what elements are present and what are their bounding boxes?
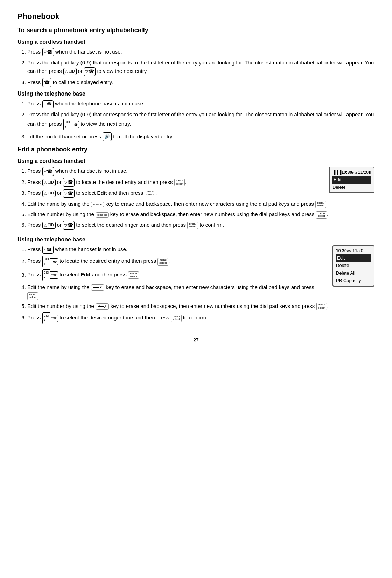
search-base-heading: Using the telephone base <box>18 90 374 98</box>
page-number: 27 <box>18 337 374 344</box>
list-item: Press ▽ ☎ when the handset is not in use… <box>27 167 374 176</box>
screen-delete-item: Delete <box>336 262 371 269</box>
edit-heading: Edit a phonebook entry <box>18 145 374 154</box>
menu-select-icon: menuselect <box>158 258 168 266</box>
base-screen: 10:30PM 11/20 Edit Delete Delete All PB … <box>332 245 374 287</box>
menu-select-icon: menuselect <box>315 201 326 208</box>
call-icon: ☎ <box>42 78 51 87</box>
list-item: Press CID+–☎ to locate the desired entry… <box>27 256 374 267</box>
menu-select-icon: menuselect <box>145 190 155 197</box>
cid-up-icon: △ CID <box>42 179 56 186</box>
menu-select-icon: menuselect <box>316 303 327 310</box>
list-item: Lift the corded handset or press 🔊 to ca… <box>27 132 374 141</box>
screen-header: 10:30PM 11/20 <box>336 247 371 254</box>
page-title: Phonebook <box>18 11 374 22</box>
nav-handset-icon: ▽ ☎ <box>63 178 75 187</box>
cid-up-icon: △ CID <box>63 68 77 75</box>
screen-time: 10:30PM 11/20 <box>336 248 363 254</box>
nav-handset-icon: ▽ ☎ <box>84 67 96 76</box>
menu-select-icon: menuselect <box>171 315 182 322</box>
list-item: Press ☎ to call the displayed entry. <box>27 78 374 87</box>
menu-select-icon: menuselect <box>128 271 139 279</box>
screen-edit-item: Edit <box>336 254 371 262</box>
battery-icon: ▮ <box>369 169 371 176</box>
list-item: Press the dial pad key (0-9) that corres… <box>27 59 374 76</box>
base-minus-icon: – ☎ <box>42 246 54 254</box>
list-item: Press – ☎ when the telephone base is not… <box>27 99 374 108</box>
signal-icon: ▐▐▐ <box>332 169 342 176</box>
menu-select-icon: menuselect <box>187 222 198 229</box>
redial-del-icon: redialdel <box>96 212 108 218</box>
edit-cordless-heading: Using a cordless handset <box>18 157 374 165</box>
menu-select-icon: menuselect <box>27 292 38 300</box>
search-base-steps: Press – ☎ when the telephone base is not… <box>27 99 374 141</box>
search-cordless-heading: Using a cordless handset <box>18 38 374 46</box>
nav-handset-icon: ▽ ☎ <box>42 167 54 176</box>
screen-header: ▐▐▐ 10:30PM 11/20 ▮ <box>332 169 371 176</box>
menu-select-icon: menuselect <box>174 179 185 186</box>
list-item: Edit the name by using the redialdel key… <box>27 200 374 208</box>
speaker-icon: 🔊 <box>103 132 112 141</box>
list-item: Press ▽ ☎ when the handset is not use. <box>27 48 374 56</box>
edit-base-heading: Using the telephone base <box>18 235 374 244</box>
edit-cordless-section: ▐▐▐ 10:30PM 11/20 ▮ Edit Delete Press ▽ … <box>18 167 374 232</box>
list-item: Edit the number by using the redialdel k… <box>27 210 374 219</box>
cid-plus-base-icon: CID+–☎ <box>42 269 58 281</box>
search-cordless-steps: Press ▽ ☎ when the handset is not use. P… <box>27 48 374 87</box>
base-minus-icon: – ☎ <box>42 100 54 108</box>
clear-icon: clear✗ <box>96 303 109 310</box>
nav-handset-icon: ▽ ☎ <box>63 189 75 198</box>
list-item: Press △ CID or ▽ ☎ to select Edit and th… <box>27 189 374 198</box>
nav-handset-icon: ▽ ☎ <box>63 221 75 230</box>
cordless-screen: ▐▐▐ 10:30PM 11/20 ▮ Edit Delete <box>329 167 374 193</box>
screen-delete-item: Delete <box>332 184 371 191</box>
screen-delete-all-item: Delete All <box>336 269 371 277</box>
screen-pb-capacity-item: PB Capacity <box>336 277 371 284</box>
list-item: Press the dial pad key (0-9) that corres… <box>27 110 374 130</box>
list-item: Press △ CID or ▽ ☎ to locate the desired… <box>27 178 374 187</box>
cid-plus-base-icon: CID+–☎ <box>42 256 58 267</box>
screen-edit-item: Edit <box>332 176 371 184</box>
cid-plus-base-icon: CID+–☎ <box>42 312 58 324</box>
cid-up-icon: △ CID <box>42 190 56 197</box>
edit-base-section: 10:30PM 11/20 Edit Delete Delete All PB … <box>18 245 374 326</box>
nav-handset-icon: ▽ ☎ <box>42 48 54 57</box>
list-item: Press CID+–☎ to select Edit and then pre… <box>27 269 374 281</box>
search-heading: To search a phonebook entry alphabetical… <box>18 26 374 35</box>
edit-cordless-steps: Press ▽ ☎ when the handset is not in use… <box>27 167 374 230</box>
list-item: Edit the number by using the clear✗ key … <box>27 302 374 310</box>
cid-up-icon: △ CID <box>42 222 56 229</box>
list-item: Press – ☎ when the handset is not in use… <box>27 245 374 254</box>
redial-del-icon: redialdel <box>91 202 104 207</box>
menu-select-icon: menuselect <box>316 211 327 219</box>
list-item: Press CID+–☎ to select the desired ringe… <box>27 312 374 324</box>
list-item: Press △ CID or ▽ ☎ to select the desired… <box>27 221 374 229</box>
list-item: Edit the name by using the clear✗ key to… <box>27 283 374 300</box>
clear-icon: clear✗ <box>91 284 104 291</box>
cid-plus-base-icon: CID+–☎ <box>63 119 79 130</box>
edit-base-steps: Press – ☎ when the handset is not in use… <box>27 245 374 324</box>
screen-time: 10:30PM 11/20 <box>341 169 369 176</box>
